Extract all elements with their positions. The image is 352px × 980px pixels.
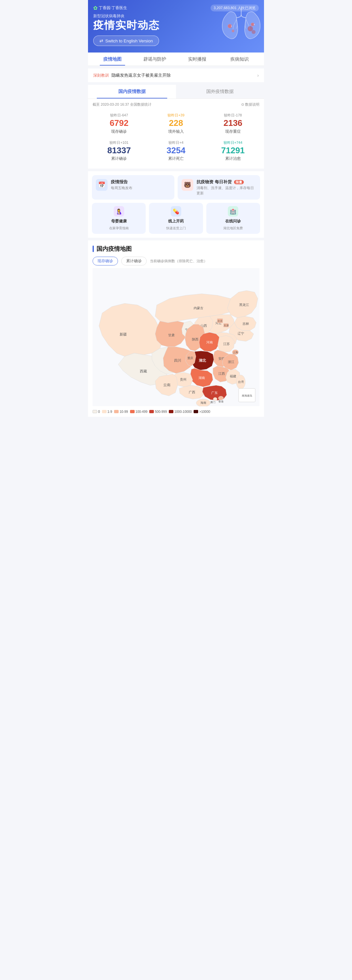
svg-text:香港: 香港 (218, 400, 224, 403)
tab-epidemic-map[interactable]: 疫情地图 (91, 52, 134, 65)
tab-disease-knowledge[interactable]: 疾病知识 (218, 52, 261, 65)
service-sub-supplies: 消毒剂、洗手液、温度计，库存每日更新 (197, 186, 256, 196)
svg-text:北京: 北京 (217, 320, 223, 323)
stat-card-total-deaths: 较昨日+4 3254 累计死亡 (147, 138, 205, 165)
tab-overseas-data[interactable]: 国外疫情数据 (176, 85, 264, 99)
filter-btn-cumulative[interactable]: 累计确诊 (121, 257, 147, 266)
svg-text:广东: 广东 (211, 391, 218, 395)
lungs-decoration (215, 3, 264, 49)
svg-text:海南: 海南 (200, 401, 206, 405)
switch-icon: ⇄ (100, 38, 103, 43)
legend-item-0: 0 (93, 410, 100, 414)
legend-item-2: 10-99 (114, 410, 128, 414)
switch-language-button[interactable]: ⇄ Switch to English Version (93, 35, 159, 46)
tab-live-broadcast[interactable]: 实时播报 (176, 52, 218, 65)
svg-point-1 (231, 26, 232, 27)
svg-point-4 (232, 30, 234, 32)
service-card-maternal[interactable]: 🤱 母婴健康 在家孕育指南 (92, 203, 146, 234)
map-legend: 0 1-9 10-99 100-499 500-999 1000-10000 >… (93, 407, 259, 414)
stat-value-2: 2136 (208, 118, 258, 128)
map-title: 国内疫情地图 (97, 245, 132, 253)
svg-text:湖南: 湖南 (198, 376, 205, 380)
stat-label-2: 现存重症 (208, 129, 258, 134)
svg-text:江苏: 江苏 (223, 342, 230, 346)
svg-text:陕西: 陕西 (192, 337, 198, 341)
filter-btn-current[interactable]: 现存确诊 (93, 257, 118, 266)
stat-value-4: 3254 (151, 146, 201, 155)
svg-text:四川: 四川 (174, 359, 181, 363)
province-macao (213, 398, 217, 401)
news-tag: 深刻教训 (93, 73, 109, 78)
legend-box-3 (130, 410, 135, 413)
stat-card-severe: 较昨日-178 2136 现存重症 (205, 110, 262, 138)
data-header: 截至 2020-03-20 16:37 全国数据统计 ⊙ 数据说明 (88, 99, 264, 110)
service-card-consultation[interactable]: 🏥 在线问诊 湖北地区免费 (206, 203, 260, 234)
legend-box-2 (114, 410, 119, 413)
nav-tabs: 疫情地图 辟谣与防护 实时播报 疾病知识 (88, 52, 264, 66)
stat-delta-1: 较昨日+39 (151, 113, 201, 118)
svg-text:内蒙古: 内蒙古 (193, 306, 203, 310)
svg-text:辽宁: 辽宁 (238, 332, 244, 335)
svg-text:南海诸岛: 南海诸岛 (242, 394, 252, 397)
svg-text:重庆: 重庆 (187, 356, 193, 360)
svg-text:江西: 江西 (218, 372, 225, 375)
china-map-svg: 新疆 西藏 青海 内蒙古 甘肃 宁夏 黑龙江 吉林 辽宁 (93, 268, 259, 406)
svg-text:河南: 河南 (206, 341, 213, 344)
china-map-container: 新疆 西藏 青海 内蒙古 甘肃 宁夏 黑龙江 吉林 辽宁 (93, 268, 259, 407)
legend-box-4 (149, 410, 154, 413)
logo: ✿ 丁香园·丁香医生 (93, 5, 127, 11)
svg-text:福建: 福建 (230, 374, 236, 378)
legend-box-6 (193, 410, 198, 413)
service-title-report: 疫情报告 (111, 179, 170, 185)
consultation-icon: 🏥 (228, 206, 238, 216)
news-text: 隐瞒发热返京女子被美雇主开除 (111, 72, 255, 78)
data-tabs: 国内疫情数据 国外疫情数据 (88, 85, 264, 99)
stat-delta-2: 较昨日-178 (208, 113, 258, 118)
stat-card-imported: 较昨日+39 228 境外输入 (147, 110, 205, 138)
tab-domestic-data[interactable]: 国内疫情数据 (88, 85, 176, 99)
maternal-icon: 🤱 (114, 206, 124, 216)
header: ✿ 丁香园·丁香医生 3,207,683,801 人次已浏览 新型冠状病毒肺炎 … (88, 0, 264, 52)
svg-text:天津: 天津 (224, 324, 229, 327)
svg-text:黑龙江: 黑龙江 (239, 303, 249, 307)
svg-text:贵州: 贵州 (180, 378, 186, 381)
stat-value-1: 228 (151, 118, 201, 128)
svg-text:上海: 上海 (233, 351, 238, 354)
stat-value-3: 81337 (94, 146, 144, 155)
stat-delta-3: 较昨日+101 (94, 140, 144, 145)
svg-text:新疆: 新疆 (120, 332, 127, 336)
legend-box-5 (169, 410, 173, 413)
service-grid-top: 📅 疫情报告 每周五晚发布 🐻 抗疫物资 每日补货 限量 消毒剂、洗手液、温度计… (92, 175, 260, 200)
stat-card-total-recovered: 较昨日+744 71291 累计治愈 (205, 138, 262, 165)
report-icon: 📅 (96, 179, 108, 191)
data-info[interactable]: ⊙ 数据说明 (241, 102, 259, 107)
map-title-bar (93, 246, 94, 252)
service-card-supplies[interactable]: 🐻 抗疫物资 每日补货 限量 消毒剂、洗手液、温度计，库存每日更新 (178, 175, 260, 200)
map-filter: 现存确诊 累计确诊 当前确诊病例数（排除死亡、治愈） (93, 257, 259, 266)
service-sub-medicine: 快递送货上门 (166, 226, 186, 231)
service-title-supplies: 抗疫物资 每日补货 限量 (197, 179, 256, 185)
legend-item-3: 100-499 (130, 410, 147, 414)
svg-text:吉林: 吉林 (243, 322, 249, 326)
supplies-icon: 🐻 (182, 179, 193, 191)
tab-rumor-prevention[interactable]: 辟谣与防护 (134, 52, 176, 65)
svg-text:西藏: 西藏 (140, 369, 147, 373)
service-badge-supplies: 限量 (234, 180, 244, 184)
stat-label-1: 境外输入 (151, 129, 201, 134)
news-banner[interactable]: 深刻教训 隐瞒发热返京女子被美雇主开除 › (88, 68, 264, 82)
service-title-medicine: 线上开药 (168, 218, 184, 224)
data-section: 国内疫情数据 国外疫情数据 截至 2020-03-20 16:37 全国数据统计… (88, 85, 264, 169)
stat-value-5: 71291 (208, 146, 258, 155)
stat-delta-0: 较昨日-647 (94, 113, 144, 118)
service-card-medicine[interactable]: 💊 线上开药 快递送货上门 (149, 203, 203, 234)
stat-delta-4: 较昨日+4 (151, 140, 201, 145)
svg-point-3 (254, 24, 255, 25)
svg-text:浙江: 浙江 (228, 360, 234, 364)
stat-value-0: 6792 (94, 118, 144, 128)
legend-item-4: 500-999 (149, 410, 167, 414)
service-card-report[interactable]: 📅 疫情报告 每周五晚发布 (92, 175, 174, 200)
data-timestamp: 截至 2020-03-20 16:37 全国数据统计 (93, 102, 152, 107)
svg-text:云南: 云南 (163, 383, 170, 387)
stat-label-3: 累计确诊 (94, 156, 144, 161)
filter-desc: 当前确诊病例数（排除死亡、治愈） (150, 259, 207, 264)
